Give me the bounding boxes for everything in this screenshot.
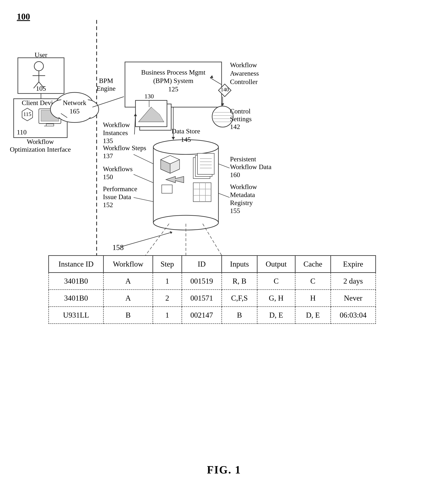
svg-line-106 [218,193,230,197]
svg-marker-65 [134,113,137,116]
svg-text:Workflows: Workflows [103,165,132,173]
fig-caption: FIG. 1 [207,464,241,476]
col-output: Output [257,256,295,273]
cell-workflow-2: A [104,290,153,307]
page-container: User 105 Client Device 110 115 Workflow … [0,0,448,497]
svg-text:125: 125 [168,85,178,93]
cell-expire-3: 06:03:04 [331,307,376,324]
cell-expire-2: Never [331,290,376,307]
svg-text:Performance: Performance [103,185,137,193]
svg-text:Metadata: Metadata [230,191,255,198]
svg-rect-85 [197,153,214,174]
svg-text:152: 152 [103,201,113,208]
cell-id-1: 001519 [182,273,222,290]
svg-rect-33 [125,62,222,107]
col-step: Step [153,256,182,273]
svg-point-27 [76,102,96,118]
svg-marker-81 [166,176,184,183]
svg-text:(BPM) System: (BPM) System [153,77,193,84]
svg-point-46 [212,106,233,127]
svg-marker-55 [221,103,224,106]
svg-marker-80 [170,160,180,173]
svg-line-6 [39,82,44,88]
svg-text:Registry: Registry [230,199,253,207]
cell-cache-1: C [295,273,331,290]
data-table-container: Instance ID Workflow Step ID Inputs Outp… [48,255,376,324]
cell-output-1: C [257,273,295,290]
diagram-svg: User 105 Client Device 110 115 Workflow … [0,0,448,497]
cell-step-2: 2 [153,290,182,307]
svg-text:Workflow: Workflow [103,121,130,128]
svg-line-31 [61,113,67,118]
col-cache: Cache [295,256,331,273]
svg-point-26 [53,102,74,118]
svg-text:165: 165 [69,107,80,115]
cell-id-3: 002147 [182,307,222,324]
svg-text:Awareness: Awareness [230,69,259,77]
svg-text:Workflow: Workflow [230,183,257,191]
svg-rect-1 [18,58,64,94]
svg-rect-83 [193,158,210,178]
svg-line-108 [121,232,172,247]
svg-text:150: 150 [103,173,113,181]
svg-text:Workflow Steps: Workflow Steps [103,144,146,152]
svg-text:142: 142 [230,123,240,130]
col-inputs: Inputs [222,256,257,273]
svg-text:130: 130 [144,93,154,99]
svg-line-44 [210,78,222,85]
svg-text:105: 105 [36,85,46,92]
svg-text:Optimization Interface: Optimization Interface [10,145,71,153]
svg-rect-90 [193,183,211,202]
cell-instance-id-2: 3401B0 [49,290,104,307]
cell-inputs-2: C,F,S [222,290,257,307]
svg-text:Data Store: Data Store [172,127,200,135]
svg-rect-16 [46,124,54,126]
svg-rect-15 [41,110,59,121]
svg-text:115: 115 [23,111,31,117]
svg-text:Network: Network [63,99,86,107]
svg-text:Issue Data: Issue Data [103,193,131,201]
cell-step-1: 1 [153,273,182,290]
svg-point-2 [34,62,44,71]
svg-rect-84 [195,155,212,176]
svg-marker-12 [22,108,32,121]
svg-text:140: 140 [221,87,229,93]
table-row: 3401B0 A 2 001571 C,F,S G, H H Never [49,290,376,307]
svg-point-25 [57,96,92,119]
svg-marker-45 [210,75,213,78]
svg-point-21 [56,92,94,118]
svg-text:110: 110 [17,128,27,136]
svg-text:Workflow: Workflow [27,138,54,145]
svg-point-24 [58,107,91,122]
cell-inputs-3: B [222,307,257,324]
svg-point-28 [59,108,90,121]
svg-marker-59 [139,107,164,122]
svg-text:Control: Control [230,107,251,115]
svg-text:Settings: Settings [230,115,252,123]
svg-line-104 [134,197,153,202]
col-workflow: Workflow [104,256,153,273]
cell-instance-id-1: 3401B0 [49,273,104,290]
svg-text:160: 160 [230,171,240,178]
svg-line-105 [218,164,230,168]
cell-expire-1: 2 days [331,273,376,290]
cell-output-2: G, H [257,290,295,307]
svg-point-22 [50,100,74,119]
svg-marker-42 [218,84,231,97]
svg-rect-56 [140,104,171,130]
svg-text:155: 155 [230,207,240,214]
svg-text:Engine: Engine [96,85,116,92]
cell-output-3: D, E [257,307,295,324]
col-expire: Expire [331,256,376,273]
cell-cache-2: H [295,290,331,307]
svg-rect-57 [135,100,167,127]
svg-line-103 [134,174,153,183]
cell-workflow-3: B [104,307,153,324]
cell-instance-id-3: U931LL [49,307,104,324]
svg-text:Instances: Instances [103,129,128,137]
svg-text:Persistent: Persistent [230,155,256,163]
cell-workflow-1: A [104,273,153,290]
table-row: U931LL B 1 002147 B D, E D, E 06:03:04 [49,307,376,324]
svg-marker-79 [161,160,170,173]
cell-inputs-1: R, B [222,273,257,290]
